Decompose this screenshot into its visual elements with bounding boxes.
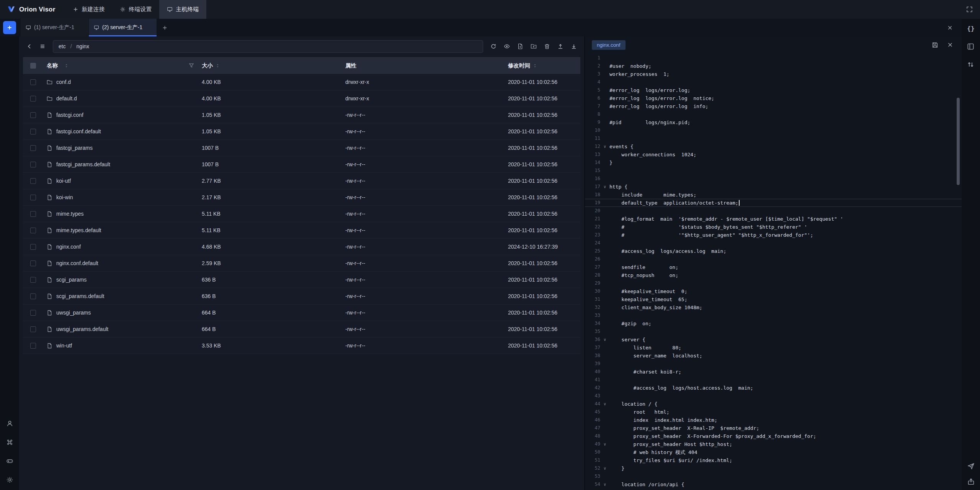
file-row[interactable]: uwsgi_params.default664 B-rw-r--r--2020-… bbox=[23, 321, 580, 338]
file-icon bbox=[47, 228, 52, 233]
file-attr: -rw-r--r-- bbox=[341, 161, 504, 167]
row-checkbox[interactable] bbox=[30, 178, 36, 184]
shortcut-keys-button[interactable] bbox=[5, 438, 14, 446]
code-line: 49∨ proxy_set_header Host $http_host; bbox=[585, 440, 962, 448]
file-row[interactable]: mime.types5.11 KB-rw-r--r--2020-11-01 10… bbox=[23, 206, 580, 222]
fullscreen-button[interactable] bbox=[962, 2, 977, 17]
sort-name-button[interactable] bbox=[64, 63, 69, 68]
row-checkbox[interactable] bbox=[30, 326, 36, 332]
nav-item-host-terminal[interactable]: 主机终端 bbox=[159, 0, 206, 19]
upload-button[interactable] bbox=[555, 41, 566, 52]
fold-toggle-icon[interactable]: ∨ bbox=[600, 336, 609, 344]
column-size-label: 大小 bbox=[202, 62, 213, 69]
file-attr: drwxr-xr-x bbox=[341, 95, 504, 102]
sort-panels-button[interactable] bbox=[967, 61, 974, 68]
new-connection-button[interactable] bbox=[3, 21, 16, 34]
file-row[interactable]: fastcgi_params.default1007 B-rw-r--r--20… bbox=[23, 156, 580, 173]
breadcrumb-segment[interactable]: etc bbox=[59, 43, 66, 49]
file-row[interactable]: uwsgi_params664 B-rw-r--r--2020-11-01 10… bbox=[23, 305, 580, 321]
fold-toggle-icon[interactable]: ∨ bbox=[600, 440, 609, 448]
row-checkbox[interactable] bbox=[30, 261, 36, 266]
download-button[interactable] bbox=[568, 41, 580, 52]
tab-server-1[interactable]: (1) server-生产-1 bbox=[21, 19, 89, 36]
refresh-button[interactable] bbox=[488, 41, 499, 52]
row-checkbox[interactable] bbox=[30, 162, 36, 167]
filter-icon[interactable] bbox=[189, 63, 194, 68]
add-tab-button[interactable] bbox=[158, 21, 171, 34]
line-number: 29 bbox=[585, 279, 600, 287]
fold-toggle-icon[interactable]: ∨ bbox=[600, 143, 609, 151]
text-cursor bbox=[739, 200, 740, 206]
row-checkbox[interactable] bbox=[30, 277, 36, 283]
settings-button[interactable] bbox=[5, 475, 14, 484]
code-text: #error_log logs/error.log info; bbox=[609, 102, 708, 110]
row-checkbox[interactable] bbox=[30, 145, 36, 151]
toggle-hidden-files-button[interactable] bbox=[501, 41, 513, 52]
back-button[interactable] bbox=[24, 41, 35, 52]
delete-button[interactable] bbox=[541, 41, 553, 52]
select-all-checkbox[interactable] bbox=[30, 63, 36, 69]
file-row[interactable]: conf.d4.00 KBdrwxr-xr-x2020-11-01 10:02:… bbox=[23, 74, 580, 90]
file-row[interactable]: koi-win2.17 KB-rw-r--r--2020-11-01 10:02… bbox=[23, 189, 580, 206]
tab-server-2-active[interactable]: (2) server-生产-1 bbox=[89, 19, 157, 36]
line-number: 48 bbox=[585, 432, 600, 440]
content-column: (1) server-生产-1 (2) server-生产-1 bbox=[0, 19, 962, 490]
fold-toggle-icon[interactable]: ∨ bbox=[600, 480, 609, 488]
row-checkbox[interactable] bbox=[30, 96, 36, 102]
file-row[interactable]: scgi_params.default636 B-rw-r--r--2020-1… bbox=[23, 288, 580, 305]
line-number: 33 bbox=[585, 311, 600, 320]
row-checkbox[interactable] bbox=[30, 310, 36, 316]
fold-toggle-icon[interactable]: ∨ bbox=[600, 400, 609, 408]
path-breadcrumb[interactable]: etc / nginx bbox=[53, 40, 483, 53]
row-checkbox[interactable] bbox=[30, 195, 36, 200]
new-folder-button[interactable] bbox=[528, 41, 539, 52]
file-attr: -rw-r--r-- bbox=[341, 194, 504, 200]
path-list-button[interactable] bbox=[37, 41, 48, 52]
sort-size-button[interactable] bbox=[215, 63, 220, 68]
close-panel-button[interactable] bbox=[944, 22, 956, 33]
export-box-icon bbox=[967, 478, 975, 485]
snippets-button[interactable]: {} bbox=[967, 25, 974, 32]
file-row[interactable]: fastcgi.conf1.05 KB-rw-r--r--2020-11-01 … bbox=[23, 107, 580, 123]
row-checkbox[interactable] bbox=[30, 244, 36, 250]
file-row[interactable]: fastcgi.conf.default1.05 KB-rw-r--r--202… bbox=[23, 123, 580, 140]
editor-scrollbar[interactable] bbox=[957, 98, 960, 185]
fold-toggle-icon[interactable]: ∨ bbox=[600, 183, 609, 191]
close-editor-button[interactable] bbox=[946, 40, 955, 49]
file-mtime: 2020-11-01 10:02:56 bbox=[504, 260, 580, 266]
row-checkbox[interactable] bbox=[30, 79, 36, 85]
code-line: 9#pid logs/nginx.pid; bbox=[585, 118, 962, 126]
file-row[interactable]: fastcgi_params1007 B-rw-r--r--2020-11-01… bbox=[23, 140, 580, 156]
file-row[interactable]: scgi_params636 B-rw-r--r--2020-11-01 10:… bbox=[23, 272, 580, 288]
file-row[interactable]: win-utf3.53 KB-rw-r--r--2020-11-01 10:02… bbox=[23, 338, 580, 354]
fold-toggle-icon[interactable]: ∨ bbox=[600, 464, 609, 472]
file-row[interactable]: default.d4.00 KBdrwxr-xr-x2020-11-01 10:… bbox=[23, 90, 580, 107]
save-button[interactable] bbox=[930, 40, 939, 49]
row-checkbox[interactable] bbox=[30, 211, 36, 217]
file-size: 664 B bbox=[198, 310, 341, 316]
file-row[interactable]: koi-utf2.77 KB-rw-r--r--2020-11-01 10:02… bbox=[23, 173, 580, 189]
code-lines[interactable]: 12#user nobody;3worker_processes 1;45#er… bbox=[585, 53, 962, 490]
save-icon bbox=[932, 42, 938, 48]
file-row[interactable]: nginx.conf4.68 KB-rw-r--r--2024-12-10 16… bbox=[23, 239, 580, 255]
row-checkbox[interactable] bbox=[30, 228, 36, 233]
user-button[interactable] bbox=[5, 419, 14, 428]
panel-layout-button[interactable] bbox=[967, 43, 974, 50]
send-command-button[interactable] bbox=[967, 462, 975, 470]
terminal-tools-button[interactable] bbox=[5, 457, 14, 465]
file-row[interactable]: nginx.conf.default2.59 KB-rw-r--r--2020-… bbox=[23, 255, 580, 272]
sort-mtime-button[interactable] bbox=[532, 63, 537, 68]
row-checkbox[interactable] bbox=[30, 112, 36, 118]
row-checkbox[interactable] bbox=[30, 343, 36, 349]
row-checkbox[interactable] bbox=[30, 293, 36, 299]
code-line: 38 server_name localhost; bbox=[585, 352, 962, 360]
nav-item-terminal-settings[interactable]: 终端设置 bbox=[112, 0, 159, 19]
transfer-list-button[interactable] bbox=[967, 478, 975, 485]
editor-file-tab[interactable]: nginx.conf bbox=[592, 40, 626, 50]
file-row[interactable]: mime.types.default5.11 KB-rw-r--r--2020-… bbox=[23, 222, 580, 239]
code-line: 25 #access_log logs/access.log main; bbox=[585, 247, 962, 255]
breadcrumb-segment[interactable]: nginx bbox=[77, 43, 89, 49]
new-file-button[interactable] bbox=[514, 41, 526, 52]
row-checkbox[interactable] bbox=[30, 129, 36, 134]
nav-item-new-connection[interactable]: 新建连接 bbox=[65, 0, 112, 19]
